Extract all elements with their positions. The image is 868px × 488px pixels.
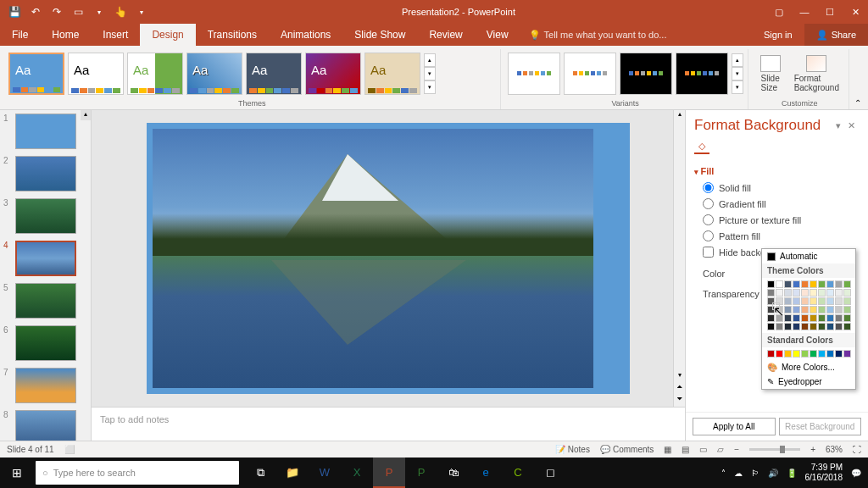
color-swatch[interactable] <box>843 306 851 313</box>
apply-to-all-button[interactable]: Apply to All <box>693 418 776 435</box>
file-explorer-icon[interactable]: 📁 <box>276 458 309 488</box>
themes-more-icon[interactable]: ▾ <box>424 80 436 94</box>
editor-scroll-up-icon[interactable]: ▴ <box>674 110 685 122</box>
eyedropper-option[interactable]: ✎Eyedropper <box>762 374 855 389</box>
color-swatch[interactable] <box>810 289 817 297</box>
color-swatch[interactable] <box>835 297 843 305</box>
color-swatch[interactable] <box>767 297 775 305</box>
slideshow-view-icon[interactable]: ▱ <box>717 445 724 454</box>
color-swatch[interactable] <box>776 314 783 322</box>
thumbnail-preview[interactable] <box>15 156 76 191</box>
color-swatch[interactable] <box>826 323 834 330</box>
themes-scroll-up-icon[interactable]: ▴ <box>424 53 436 67</box>
color-swatch[interactable] <box>784 306 792 313</box>
battery-icon[interactable]: 🔋 <box>787 469 797 478</box>
color-swatch[interactable] <box>793 314 800 322</box>
fit-to-window-icon[interactable]: ⛶ <box>853 445 861 454</box>
powerpoint-icon[interactable]: P <box>373 458 405 488</box>
color-swatch[interactable] <box>776 306 783 313</box>
variants-more-icon[interactable]: ▾ <box>732 80 743 94</box>
taskbar-search[interactable]: ○Type here to search <box>36 461 239 485</box>
color-swatch[interactable] <box>801 289 809 297</box>
variant-thumb-1[interactable] <box>508 53 560 95</box>
thumbnail-7[interactable]: 7 <box>0 364 91 407</box>
more-colors-option[interactable]: 🎨More Colors... <box>762 360 855 374</box>
project-icon[interactable]: P <box>405 458 437 488</box>
color-swatch[interactable] <box>793 297 800 305</box>
close-icon[interactable]: ✕ <box>843 0 868 24</box>
color-swatch[interactable] <box>843 289 851 297</box>
save-icon[interactable]: 💾 <box>5 3 24 21</box>
tray-up-icon[interactable]: ˄ <box>721 469 726 478</box>
theme-thumb-5[interactable]: Aa <box>246 53 302 95</box>
color-swatch[interactable] <box>826 350 834 358</box>
pane-close-icon[interactable]: ✕ <box>848 120 860 131</box>
color-swatch[interactable] <box>818 280 826 288</box>
pane-options-icon[interactable]: ▾ <box>836 120 848 131</box>
color-swatch[interactable] <box>801 280 809 288</box>
color-swatch[interactable] <box>784 297 792 305</box>
tab-animations[interactable]: Animations <box>269 24 342 46</box>
thumbnail-6[interactable]: 6 <box>0 322 91 364</box>
camtasia-icon[interactable]: C <box>502 458 534 488</box>
color-swatch[interactable] <box>826 314 834 322</box>
tell-me-search[interactable]: 💡Tell me what you want to do... <box>529 30 667 41</box>
color-swatch[interactable] <box>767 306 775 313</box>
variant-thumb-2[interactable] <box>564 53 616 95</box>
color-swatch[interactable] <box>835 323 843 330</box>
variant-thumb-3[interactable] <box>620 53 672 95</box>
picture-fill-option[interactable]: Picture or texture fill <box>694 212 860 228</box>
color-swatch[interactable] <box>793 350 800 358</box>
color-swatch[interactable] <box>835 289 843 297</box>
tab-slideshow[interactable]: Slide Show <box>342 24 417 46</box>
comments-button[interactable]: 💬 Comments <box>600 445 654 454</box>
color-swatch[interactable] <box>776 280 783 288</box>
zoom-slider[interactable] <box>749 448 800 451</box>
spell-check-icon[interactable]: ⬜ <box>64 445 75 454</box>
word-icon[interactable]: W <box>309 458 341 488</box>
color-swatch[interactable] <box>818 323 826 330</box>
sorter-view-icon[interactable]: ▤ <box>682 445 689 454</box>
color-swatch[interactable] <box>767 280 775 288</box>
automatic-color-option[interactable]: Automatic <box>762 249 855 263</box>
notes-pane[interactable]: Tap to add notes <box>92 407 685 441</box>
ribbon-options-icon[interactable]: ▢ <box>766 0 792 24</box>
color-swatch[interactable] <box>810 280 817 288</box>
redo-icon[interactable]: ↷ <box>47 3 66 21</box>
zoom-level[interactable]: 63% <box>826 445 843 454</box>
color-swatch[interactable] <box>818 306 826 313</box>
color-swatch[interactable] <box>843 280 851 288</box>
color-swatch[interactable] <box>818 350 826 358</box>
fill-tab-icon[interactable]: ◇ <box>694 139 709 154</box>
color-swatch[interactable] <box>784 350 792 358</box>
slide-size-button[interactable]: Slide Size <box>755 52 786 96</box>
thumbnail-preview[interactable] <box>15 114 76 149</box>
color-swatch[interactable] <box>776 350 783 358</box>
color-swatch[interactable] <box>835 350 843 358</box>
reading-view-icon[interactable]: ▭ <box>699 445 707 454</box>
theme-thumb-1[interactable]: Aa <box>8 53 64 95</box>
variants-scroll-down-icon[interactable]: ▾ <box>732 67 743 80</box>
tab-view[interactable]: View <box>475 24 520 46</box>
thumbnail-5[interactable]: 5 <box>0 280 91 322</box>
fill-section-header[interactable]: Fill <box>694 163 860 180</box>
tab-home[interactable]: Home <box>40 24 91 46</box>
sign-in-button[interactable]: Sign in <box>752 30 804 40</box>
color-swatch[interactable] <box>776 297 783 305</box>
editor-scrollbar[interactable]: ▴ ▾ ⏶ ⏷ <box>673 110 685 407</box>
thumbnail-preview[interactable] <box>15 325 76 361</box>
thumb-scroll-up-icon[interactable]: ▴ <box>81 110 91 120</box>
slide-counter[interactable]: Slide 4 of 11 <box>7 445 54 454</box>
touch-mode-icon[interactable]: 👆 <box>111 3 130 21</box>
color-swatch[interactable] <box>784 323 792 330</box>
thumbnail-preview[interactable] <box>15 198 76 234</box>
color-swatch[interactable] <box>767 350 775 358</box>
editor-scroll-down-icon[interactable]: ▾ <box>674 371 685 383</box>
tab-transitions[interactable]: Transitions <box>196 24 269 46</box>
theme-thumb-4[interactable]: Aa <box>186 53 242 95</box>
prev-slide-icon[interactable]: ⏶ <box>674 383 685 395</box>
theme-thumb-2[interactable]: Aa <box>68 53 124 95</box>
volume-icon[interactable]: 🔊 <box>768 469 778 478</box>
thumbnail-2[interactable]: 2 <box>0 152 91 195</box>
undo-icon[interactable]: ↶ <box>26 3 45 21</box>
